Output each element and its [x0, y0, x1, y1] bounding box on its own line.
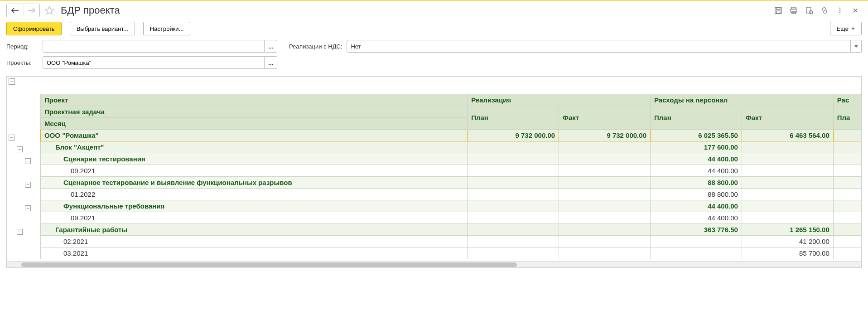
- svg-rect-6: [806, 7, 811, 13]
- cell-value: [833, 141, 861, 153]
- cell-value: [468, 153, 559, 165]
- more-button[interactable]: Еще: [830, 22, 862, 35]
- cell-value: [833, 248, 861, 259]
- horizontal-scrollbar[interactable]: [7, 261, 861, 267]
- cell-value: 177 600.00: [650, 141, 742, 153]
- form-report-button[interactable]: Сформировать: [6, 22, 62, 35]
- cell-value: [468, 177, 559, 189]
- more-vertical-icon[interactable]: [834, 4, 846, 17]
- cell-value: [742, 200, 833, 212]
- table-row[interactable]: Блок "Акцепт"177 600.00: [41, 141, 861, 153]
- link-icon[interactable]: [818, 4, 831, 17]
- cell-value: [833, 236, 861, 248]
- period-picker-button[interactable]: ...: [265, 40, 277, 53]
- tree-toggle[interactable]: −: [25, 158, 31, 164]
- svg-point-11: [839, 12, 841, 14]
- projects-input[interactable]: [43, 56, 265, 69]
- choose-variant-button[interactable]: Выбрать вариант...: [70, 22, 135, 35]
- cell-value: [833, 165, 861, 177]
- cell-value: [742, 153, 833, 165]
- tree-toggle[interactable]: −: [25, 182, 31, 188]
- row-label: 02.2021: [41, 236, 468, 248]
- cell-value: 363 776.50: [650, 224, 742, 236]
- table-row[interactable]: ООО "Ромашка"9 732 000.009 732 000.006 0…: [41, 130, 861, 141]
- col-personnel: Расходы на персонал: [650, 94, 833, 106]
- cell-value: [559, 189, 651, 200]
- period-label: Период:: [6, 43, 38, 50]
- table-row[interactable]: 03.202185 700.00: [41, 248, 861, 259]
- cell-value: 9 732 000.00: [559, 130, 651, 141]
- cell-value: [833, 130, 861, 141]
- table-row[interactable]: 01.202288 800.00: [41, 189, 861, 200]
- cell-value: [650, 248, 742, 259]
- col-p-plan: План: [650, 106, 742, 130]
- cell-value: [559, 224, 651, 236]
- svg-point-9: [839, 8, 841, 9]
- tree-toggle[interactable]: −: [25, 205, 31, 211]
- page-title: БДР проекта: [61, 5, 120, 16]
- table-row[interactable]: Функциональные требования44 400.00: [41, 200, 861, 212]
- table-row[interactable]: 09.202144 400.00: [41, 165, 861, 177]
- cell-value: [468, 224, 559, 236]
- cell-value: [559, 165, 651, 177]
- svg-rect-2: [776, 11, 780, 14]
- cell-value: [833, 189, 861, 200]
- row-label: 01.2022: [41, 189, 468, 200]
- cell-value: [742, 141, 833, 153]
- col-task: Проектная задача: [41, 106, 468, 118]
- col-p-fact: Факт: [742, 106, 833, 130]
- table-row[interactable]: Гарантийные работы363 776.501 265 150.00: [41, 224, 861, 236]
- table-row[interactable]: 02.202141 200.00: [41, 236, 861, 248]
- chevron-down-icon: [854, 45, 858, 48]
- cell-value: 1 265 150.00: [742, 224, 833, 236]
- tree-toggle[interactable]: −: [17, 229, 23, 235]
- cell-value: [559, 200, 651, 212]
- cell-value: 85 700.00: [742, 248, 833, 259]
- nds-select-arrow[interactable]: [851, 40, 862, 53]
- table-row[interactable]: 09.202144 400.00: [41, 212, 861, 224]
- cell-value: [833, 224, 861, 236]
- more-button-label: Еще: [837, 25, 849, 32]
- cell-value: 6 025 365.50: [650, 130, 742, 141]
- back-button[interactable]: [7, 4, 23, 17]
- cell-value: [833, 153, 861, 165]
- table-row[interactable]: Сценарии тестирования44 400.00: [41, 153, 861, 165]
- close-icon[interactable]: ×: [849, 4, 862, 17]
- row-label: Блок "Акцепт": [41, 141, 468, 153]
- nds-select[interactable]: Нет: [347, 40, 851, 53]
- svg-point-10: [839, 10, 841, 11]
- period-input[interactable]: [43, 40, 265, 53]
- preview-icon[interactable]: [803, 4, 815, 17]
- save-icon[interactable]: [772, 4, 785, 17]
- col-project: Проект: [41, 94, 468, 106]
- tree-toggle[interactable]: −: [17, 146, 23, 152]
- cell-value: 6 463 564.00: [742, 130, 833, 141]
- cell-value: 44 400.00: [650, 153, 742, 165]
- cell-value: [468, 248, 559, 259]
- svg-rect-4: [791, 9, 797, 12]
- col-o-plan: Пла: [833, 106, 861, 130]
- favorite-star-icon[interactable]: [43, 4, 56, 17]
- cell-value: [468, 212, 559, 224]
- col-other: Рас: [833, 94, 861, 106]
- cell-value: 44 400.00: [650, 212, 742, 224]
- settings-button[interactable]: Настройки...: [143, 22, 191, 35]
- cell-value: [468, 236, 559, 248]
- projects-picker-button[interactable]: ...: [265, 56, 277, 69]
- cell-value: [468, 189, 559, 200]
- cell-value: 88 800.00: [650, 189, 742, 200]
- expand-all-toggle[interactable]: [9, 78, 15, 85]
- row-label: Гарантийные работы: [41, 224, 468, 236]
- col-r-plan: План: [468, 106, 559, 130]
- row-label: 09.2021: [41, 165, 468, 177]
- cell-value: [468, 200, 559, 212]
- col-month: Месяц: [41, 118, 468, 130]
- row-label: Функциональные требования: [41, 200, 468, 212]
- tree-toggle[interactable]: −: [9, 135, 14, 141]
- svg-rect-1: [776, 7, 780, 10]
- cell-value: 41 200.00: [742, 236, 833, 248]
- cell-value: 44 400.00: [650, 165, 742, 177]
- table-row[interactable]: Сценарное тестирование и выявление функц…: [41, 177, 861, 189]
- cell-value: [559, 248, 651, 259]
- print-icon[interactable]: [787, 4, 800, 17]
